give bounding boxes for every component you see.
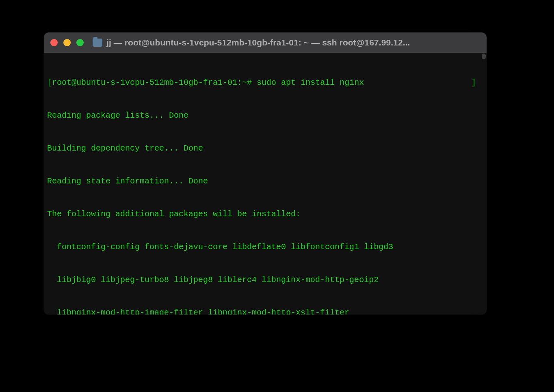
minimize-button[interactable] (63, 39, 71, 46)
traffic-lights (50, 39, 84, 46)
output-line: fontconfig-config fonts-dejavu-core libd… (47, 241, 483, 252)
prompt-close-bracket: ] (364, 78, 476, 87)
prompt-line: [root@ubuntu-s-1vcpu-512mb-10gb-fra1-01:… (47, 77, 483, 88)
window-title-bar[interactable]: jj — root@ubuntu-s-1vcpu-512mb-10gb-fra1… (44, 32, 487, 53)
prompt-hostpath: root@ubuntu-s-1vcpu-512mb-10gb-fra1-01:~… (52, 78, 257, 87)
scrollbar-thumb[interactable] (482, 54, 486, 59)
prompt-command: sudo apt install nginx (257, 78, 364, 87)
terminal-window: jj — root@ubuntu-s-1vcpu-512mb-10gb-fra1… (44, 32, 487, 314)
prompt-open-bracket: [ (47, 78, 52, 87)
output-line: libnginx-mod-http-image-filter libnginx-… (47, 307, 483, 314)
window-title: jj — root@ubuntu-s-1vcpu-512mb-10gb-fra1… (106, 38, 480, 47)
output-line: Building dependency tree... Done (47, 143, 483, 154)
output-line: Reading state information... Done (47, 176, 483, 187)
output-line: libjbig0 libjpeg-turbo8 libjpeg8 liblerc… (47, 274, 483, 285)
output-line: Reading package lists... Done (47, 110, 483, 121)
zoom-button[interactable] (76, 39, 84, 46)
output-line: The following additional packages will b… (47, 209, 483, 220)
terminal-content[interactable]: [root@ubuntu-s-1vcpu-512mb-10gb-fra1-01:… (44, 53, 487, 314)
scrollbar[interactable] (481, 53, 487, 314)
folder-icon (93, 39, 102, 47)
close-button[interactable] (50, 39, 58, 46)
